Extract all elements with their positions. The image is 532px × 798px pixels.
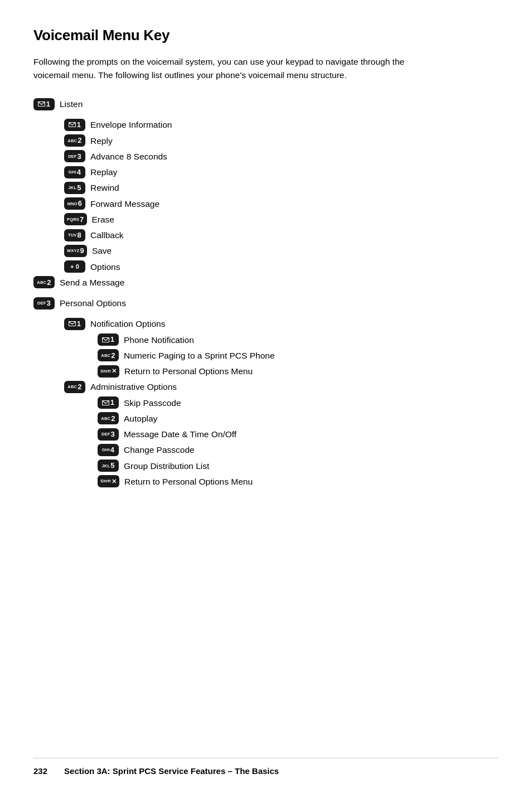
menu-badge: ABC2 — [98, 412, 119, 424]
menu-badge: 1 — [98, 333, 119, 346]
item-label: Personal Options — [60, 297, 126, 309]
list-item: ABC2Autoplay — [98, 412, 499, 425]
menu-badge: WXYZ9 — [64, 245, 87, 257]
item-label: Advance 8 Seconds — [90, 150, 167, 163]
menu-badge: MNO6 — [64, 197, 85, 210]
menu-badge: Shift✕ — [98, 365, 119, 378]
footer-page: 232 — [33, 766, 47, 776]
item-label: Reply — [90, 134, 113, 147]
list-item: DEF3Advance 8 Seconds — [64, 150, 499, 163]
item-label: Save — [92, 244, 112, 257]
menu-badge: 1 — [64, 119, 85, 131]
item-label: Erase — [92, 213, 115, 226]
menu-badge: ABC2 — [33, 276, 55, 288]
menu-badge: 1 — [64, 318, 85, 330]
item-label: Forward Message — [90, 197, 159, 210]
menu-badge: + 0 — [64, 260, 85, 273]
menu-badge: DEF3 — [33, 297, 55, 309]
item-label: Notification Options — [90, 317, 165, 330]
list-item: Shift✕Return to Personal Options Menu — [98, 365, 499, 378]
page-title: Voicemail Menu Key — [33, 27, 499, 44]
list-item: WXYZ9Save — [64, 244, 499, 257]
menu-badge: DEF3 — [98, 428, 119, 441]
menu-badge: TUV8 — [64, 229, 85, 241]
item-label: Phone Notification — [124, 333, 194, 346]
item-label: Group Distribution List — [124, 460, 209, 472]
item-label: Options — [90, 260, 120, 273]
menu-badge: GHI4 — [64, 166, 85, 178]
list-item: ABC2Administrative Options — [64, 380, 499, 393]
menu-badge: ABC2 — [64, 381, 85, 393]
menu-badge: ABC2 — [98, 349, 119, 361]
list-item: GHI4Change Passcode — [98, 443, 499, 456]
list-item: JKL5Group Distribution List — [98, 460, 499, 472]
menu-badge: ABC2 — [64, 134, 85, 147]
item-label: Administrative Options — [90, 380, 177, 393]
item-label: Return to Personal Options Menu — [124, 365, 253, 378]
list-item: GHI4Replay — [64, 166, 499, 178]
list-item: JKL5Rewind — [64, 181, 499, 194]
footer: 232 Section 3A: Sprint PCS Service Featu… — [33, 758, 499, 776]
list-item: 1Listen — [33, 98, 499, 110]
page-wrapper: Voicemail Menu Key Following the prompts… — [33, 27, 499, 488]
intro-text: Following the prompts on the voicemail s… — [33, 55, 413, 82]
list-item: + 0Options — [64, 260, 499, 273]
menu-badge: JKL5 — [64, 182, 85, 194]
menu-badge: 1 — [98, 396, 119, 409]
item-label: Envelope Information — [90, 118, 172, 131]
menu-badge: 1 — [33, 98, 55, 110]
item-label: Numeric Paging to a Sprint PCS Phone — [124, 349, 275, 362]
item-label: Message Date & Time On/Off — [124, 428, 236, 441]
item-label: Replay — [90, 166, 117, 178]
footer-text: Section 3A: Sprint PCS Service Features … — [64, 766, 279, 776]
menu-badge: DEF3 — [64, 150, 85, 162]
item-label: Skip Passcode — [124, 396, 181, 409]
menu-badge: PQRS7 — [64, 213, 87, 225]
list-item: ABC2Numeric Paging to a Sprint PCS Phone — [98, 349, 499, 362]
list-item: MNO6Forward Message — [64, 197, 499, 210]
list-item: DEF3Message Date & Time On/Off — [98, 428, 499, 441]
item-label: Change Passcode — [124, 443, 195, 456]
menu-badge: GHI4 — [98, 444, 119, 456]
list-item: TUV8Callback — [64, 229, 499, 241]
item-label: Rewind — [90, 181, 119, 194]
list-item: DEF3Personal Options — [33, 297, 499, 309]
item-label: Callback — [90, 229, 123, 241]
list-item: Shift✕Return to Personal Options Menu — [98, 475, 499, 488]
menu-badge: Shift✕ — [98, 475, 119, 487]
list-item: ABC2Send a Message — [33, 276, 499, 289]
menu-badge: JKL5 — [98, 460, 119, 472]
list-item: ABC2Reply — [64, 134, 499, 147]
menu-tree: 1Listen1Envelope InformationABC2ReplyDEF… — [33, 98, 499, 488]
list-item: 1Phone Notification — [98, 333, 499, 346]
item-label: Send a Message — [60, 276, 124, 289]
list-item: 1Envelope Information — [64, 118, 499, 131]
list-item: 1Notification Options — [64, 317, 499, 330]
item-label: Autoplay — [124, 412, 157, 425]
item-label: Listen — [60, 98, 83, 110]
list-item: 1Skip Passcode — [98, 396, 499, 409]
item-label: Return to Personal Options Menu — [124, 475, 253, 488]
list-item: PQRS7Erase — [64, 213, 499, 226]
